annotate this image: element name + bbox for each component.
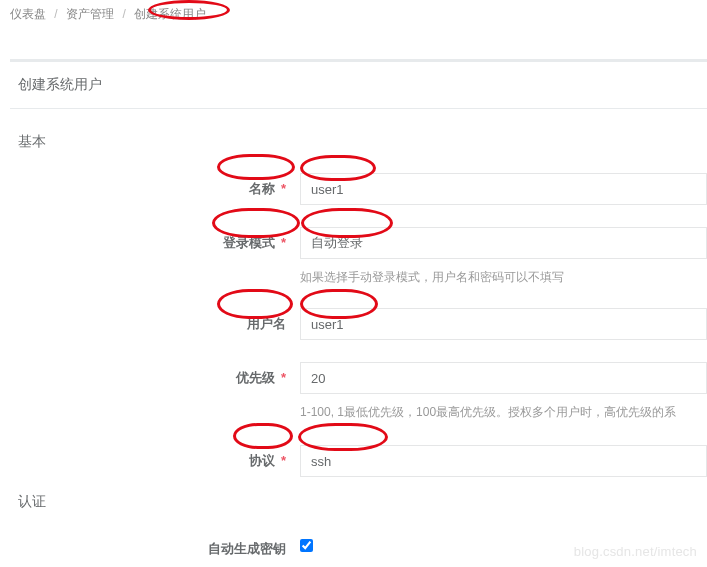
username-input[interactable] (300, 308, 707, 340)
row-protocol: 协议 * (10, 421, 707, 477)
autogen-key-checkbox[interactable] (300, 539, 313, 552)
section-title-basic: 基本 (18, 133, 707, 151)
label-name: 名称 * (10, 173, 300, 198)
help-login-mode: 如果选择手动登录模式，用户名和密码可以不填写 (300, 269, 707, 286)
priority-input[interactable] (300, 362, 707, 394)
watermark: blog.csdn.net/imtech (574, 544, 697, 559)
name-input[interactable] (300, 173, 707, 205)
label-priority: 优先级 * (10, 362, 300, 387)
section-title-auth: 认证 (18, 493, 707, 511)
row-name: 名称 * (10, 163, 707, 205)
panel: 创建系统用户 基本 名称 * 登录模式 * 如果选择手动登录模式，用户名和密码可… (10, 59, 707, 567)
row-priority: 优先级 * 1-100, 1最低优先级，100最高优先级。授权多个用户时，高优先… (10, 340, 707, 421)
breadcrumb: 仪表盘 / 资产管理 / 创建系统用户 (0, 0, 707, 31)
breadcrumb-item-assets[interactable]: 资产管理 (66, 7, 114, 21)
label-login-mode: 登录模式 * (10, 227, 300, 252)
row-auto-push: 自动推送 (10, 558, 707, 567)
required-mark: * (277, 370, 286, 385)
label-autogen-key: 自动生成密钥 (10, 533, 300, 558)
required-mark: * (277, 453, 286, 468)
protocol-select[interactable] (300, 445, 707, 477)
breadcrumb-sep: / (122, 7, 125, 21)
section-basic: 基本 名称 * 登录模式 * 如果选择手动登录模式，用户名和密码可以不填写 用户… (10, 133, 707, 477)
help-priority: 1-100, 1最低优先级，100最高优先级。授权多个用户时，高优先级的系 (300, 404, 707, 421)
login-mode-select[interactable] (300, 227, 707, 259)
label-username: 用户名 (10, 308, 300, 333)
row-login-mode: 登录模式 * 如果选择手动登录模式，用户名和密码可以不填写 (10, 205, 707, 286)
row-username: 用户名 (10, 286, 707, 340)
label-protocol: 协议 * (10, 445, 300, 470)
page-title: 创建系统用户 (10, 62, 707, 109)
required-mark: * (277, 235, 286, 250)
required-mark: * (277, 181, 286, 196)
breadcrumb-item-dashboard[interactable]: 仪表盘 (10, 7, 46, 21)
breadcrumb-sep: / (54, 7, 57, 21)
breadcrumb-item-current: 创建系统用户 (134, 7, 206, 21)
